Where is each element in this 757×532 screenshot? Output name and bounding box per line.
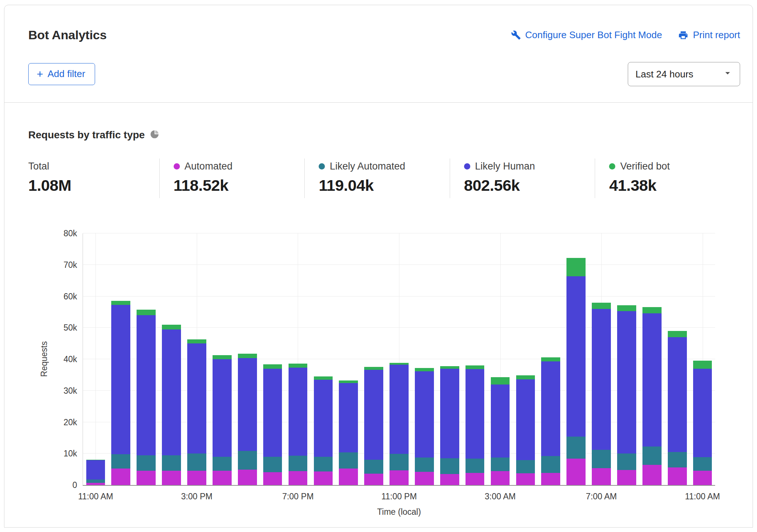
y-tick-label: 40k <box>64 354 77 364</box>
bar-9-00-am[interactable] <box>642 233 662 485</box>
stat-total-value: 1.08M <box>28 176 152 194</box>
stat-verified-bot[interactable]: Verified bot 41.38k <box>595 158 740 198</box>
bar-2-00-am[interactable] <box>466 233 485 485</box>
bar-segment-likely-automated <box>491 458 510 471</box>
bar-7-00-pm[interactable] <box>289 233 308 485</box>
time-range-select[interactable]: Last 24 hours <box>628 62 740 86</box>
bar-segment-likely-human <box>516 379 535 460</box>
bar-6-00-pm[interactable] <box>263 233 282 485</box>
bar-segment-automated <box>339 469 358 485</box>
bar-6-00-am[interactable] <box>566 233 586 485</box>
bar-segment-verified-bot <box>415 368 434 371</box>
plot-area: Requests Time (local) 010k20k30k40k50k60… <box>83 233 715 486</box>
configure-link-label: Configure Super Bot Fight Mode <box>525 29 662 41</box>
y-tick-label: 60k <box>64 291 77 301</box>
automated-legend-dot <box>174 163 180 170</box>
bar-10-00-am[interactable] <box>668 233 687 485</box>
chevron-down-icon <box>722 68 733 81</box>
stat-automated[interactable]: Automated 118.52k <box>159 158 305 198</box>
bar-segment-likely-automated <box>162 455 181 471</box>
bar-9-00-pm[interactable] <box>339 233 358 485</box>
bar-segment-verified-bot <box>263 364 282 369</box>
bar-segment-likely-human <box>364 370 383 460</box>
y-tick-label: 50k <box>64 323 77 333</box>
plus-icon: + <box>37 69 43 79</box>
configure-super-bot-fight-mode-link[interactable]: Configure Super Bot Fight Mode <box>511 29 662 41</box>
bar-segment-automated <box>541 473 560 485</box>
bar-segment-automated <box>491 471 510 485</box>
stat-likely-human-label: Likely Human <box>475 161 535 172</box>
bar-segment-automated <box>314 471 333 485</box>
bar-10-00-pm[interactable] <box>364 233 383 485</box>
bar-segment-likely-human <box>111 305 130 454</box>
time-range-value: Last 24 hours <box>635 69 693 80</box>
stat-likely-automated[interactable]: Likely Automated 119.04k <box>304 158 450 198</box>
section-title: Requests by traffic type <box>28 129 145 141</box>
bar-segment-likely-automated <box>415 458 434 472</box>
stat-likely-human-value: 802.56k <box>464 176 588 194</box>
bar-11-00-pm[interactable] <box>390 233 409 485</box>
bar-11-00-am[interactable] <box>86 233 105 485</box>
bar-segment-verified-bot <box>693 361 712 368</box>
bar-segment-automated <box>263 472 282 485</box>
bar-segment-verified-bot <box>339 380 358 383</box>
wrench-icon <box>511 30 521 40</box>
bar-segment-likely-human <box>617 311 636 453</box>
stat-verified-bot-value: 41.38k <box>609 176 733 194</box>
bar-4-00-pm[interactable] <box>213 233 232 485</box>
bar-segment-likely-automated <box>137 455 156 470</box>
bar-segment-likely-human <box>440 369 459 458</box>
stat-verified-bot-label: Verified bot <box>620 161 670 172</box>
bar-3-00-pm[interactable] <box>187 233 206 485</box>
bar-segment-verified-bot <box>668 331 687 337</box>
bar-2-00-pm[interactable] <box>162 233 181 485</box>
bar-segment-likely-automated <box>440 458 459 474</box>
bar-segment-verified-bot <box>491 377 510 385</box>
bar-segment-likely-human <box>238 358 257 451</box>
bar-3-00-am[interactable] <box>491 233 510 485</box>
header-links: Configure Super Bot Fight Mode Print rep… <box>511 28 740 41</box>
bar-segment-likely-human <box>693 369 712 457</box>
y-tick-label: 70k <box>64 260 77 270</box>
printer-icon <box>678 30 688 40</box>
add-filter-label: Add filter <box>48 68 86 80</box>
bar-7-00-am[interactable] <box>592 233 611 485</box>
bar-segment-likely-human <box>566 276 586 437</box>
y-tick-label: 10k <box>64 449 77 459</box>
bar-segment-likely-automated <box>592 450 611 468</box>
bar-segment-automated <box>466 473 485 485</box>
stat-likely-automated-value: 119.04k <box>319 176 442 194</box>
bar-5-00-pm[interactable] <box>238 233 257 485</box>
stat-likely-human[interactable]: Likely Human 802.56k <box>450 158 595 198</box>
bar-segment-likely-automated <box>213 457 232 471</box>
print-report-link[interactable]: Print report <box>678 29 740 41</box>
bar-12-00-am[interactable] <box>415 233 434 485</box>
bar-1-00-pm[interactable] <box>137 233 156 485</box>
bar-segment-verified-bot <box>213 355 232 359</box>
bar-12-00-pm[interactable] <box>111 233 130 485</box>
x-tick-label: 3:00 PM <box>181 492 213 502</box>
bar-segment-likely-human <box>592 309 611 450</box>
bar-segment-likely-human <box>339 383 358 452</box>
stats-row: Total 1.08M Automated 118.52k Likely Aut… <box>28 158 740 198</box>
add-filter-button[interactable]: + Add filter <box>28 63 95 85</box>
bar-11-00-am[interactable] <box>693 233 712 485</box>
stat-total[interactable]: Total 1.08M <box>28 158 159 198</box>
bar-8-00-am[interactable] <box>617 233 636 485</box>
bar-segment-automated <box>642 465 662 485</box>
bar-segment-likely-automated <box>642 447 662 465</box>
y-tick-label: 30k <box>64 386 77 396</box>
bar-segment-automated <box>415 472 434 485</box>
stat-automated-label: Automated <box>185 161 233 172</box>
bot-analytics-card: Bot Analytics Configure Super Bot Fight … <box>4 5 753 528</box>
verified-bot-legend-dot <box>609 163 615 170</box>
bar-segment-likely-human <box>668 337 687 452</box>
bar-5-00-am[interactable] <box>541 233 560 485</box>
bar-8-00-pm[interactable] <box>314 233 333 485</box>
bar-segment-verified-bot <box>541 357 560 361</box>
bar-1-00-am[interactable] <box>440 233 459 485</box>
bar-4-00-am[interactable] <box>516 233 535 485</box>
bar-segment-likely-human <box>137 315 156 455</box>
x-axis-title: Time (local) <box>83 507 715 517</box>
y-tick-label: 80k <box>64 229 77 238</box>
